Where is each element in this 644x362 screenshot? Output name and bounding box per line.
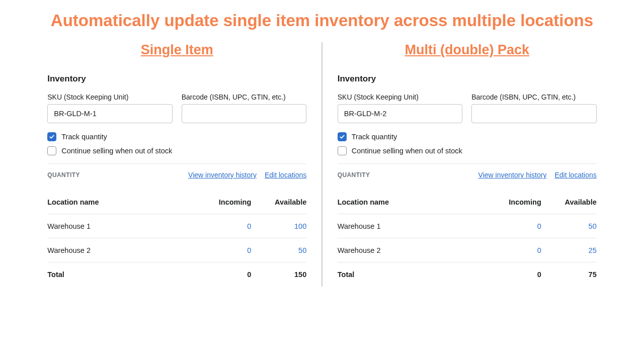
cell-incoming[interactable]: 0: [481, 246, 541, 254]
view-history-link[interactable]: View inventory history: [478, 171, 547, 179]
locations-table: Location name Incoming Available Warehou…: [47, 190, 306, 287]
edit-locations-link[interactable]: Edit locations: [265, 171, 306, 179]
locations-table: Location name Incoming Available Warehou…: [338, 190, 597, 287]
cell-incoming[interactable]: 0: [481, 222, 541, 230]
inventory-heading: Inventory: [338, 74, 597, 84]
cell-available[interactable]: 50: [251, 246, 306, 254]
continue-selling-checkbox[interactable]: [47, 146, 56, 155]
col-location-name: Location name: [47, 198, 191, 206]
cell-location-name: Warehouse 1: [47, 222, 191, 230]
col-location-name: Location name: [338, 198, 481, 206]
panel-title-single: Single Item: [47, 42, 306, 58]
table-row: Warehouse 1 0 100: [47, 214, 306, 238]
table-row: Warehouse 1 0 50: [338, 214, 597, 238]
track-quantity-label: Track quantity: [61, 133, 107, 141]
multi-pack-panel: Multi (double) Pack Inventory SKU (Stock…: [323, 42, 597, 287]
total-available: 75: [541, 270, 597, 279]
sku-label: SKU (Stock Keeping Unit): [47, 93, 173, 101]
divider-line: [47, 163, 306, 164]
barcode-label: Barcode (ISBN, UPC, GTIN, etc.): [182, 93, 307, 101]
cell-available[interactable]: 25: [541, 246, 597, 254]
track-quantity-checkbox[interactable]: [47, 132, 56, 141]
table-total-row: Total 0 75: [338, 262, 597, 287]
cell-location-name: Warehouse 1: [338, 222, 481, 230]
col-available: Available: [251, 198, 306, 206]
track-quantity-checkbox[interactable]: [338, 132, 347, 141]
total-available: 150: [251, 270, 306, 279]
col-incoming: Incoming: [481, 198, 541, 206]
view-history-link[interactable]: View inventory history: [188, 171, 257, 179]
total-label: Total: [338, 270, 481, 279]
quantity-section-label: QUANTITY: [338, 171, 370, 178]
total-incoming: 0: [191, 270, 251, 279]
barcode-input[interactable]: [471, 104, 597, 123]
cell-location-name: Warehouse 2: [47, 246, 191, 254]
cell-location-name: Warehouse 2: [338, 246, 481, 254]
inventory-heading: Inventory: [47, 74, 306, 84]
page-title: Automatically update single item invento…: [30, 11, 614, 30]
sku-input[interactable]: [338, 104, 463, 123]
cell-available[interactable]: 50: [541, 222, 597, 230]
continue-selling-label: Continue selling when out of stock: [61, 147, 172, 155]
cell-incoming[interactable]: 0: [191, 222, 251, 230]
col-incoming: Incoming: [191, 198, 251, 206]
table-header-row: Location name Incoming Available: [47, 190, 306, 214]
panel-title-multi: Multi (double) Pack: [338, 42, 597, 58]
barcode-label: Barcode (ISBN, UPC, GTIN, etc.): [471, 93, 597, 101]
sku-input[interactable]: [47, 104, 173, 123]
track-quantity-label: Track quantity: [352, 133, 397, 141]
sku-label: SKU (Stock Keeping Unit): [338, 93, 463, 101]
table-row: Warehouse 2 0 50: [47, 238, 306, 262]
continue-selling-checkbox[interactable]: [338, 146, 347, 155]
table-header-row: Location name Incoming Available: [338, 190, 597, 214]
col-available: Available: [541, 198, 597, 206]
edit-locations-link[interactable]: Edit locations: [554, 171, 596, 179]
table-row: Warehouse 2 0 25: [338, 238, 597, 262]
single-item-panel: Single Item Inventory SKU (Stock Keeping…: [47, 42, 321, 287]
total-label: Total: [47, 270, 191, 279]
total-incoming: 0: [481, 270, 541, 279]
divider-line: [338, 163, 597, 164]
cell-available[interactable]: 100: [251, 222, 306, 230]
cell-incoming[interactable]: 0: [191, 246, 251, 254]
continue-selling-label: Continue selling when out of stock: [352, 147, 462, 155]
quantity-section-label: QUANTITY: [47, 171, 80, 178]
barcode-input[interactable]: [182, 104, 307, 123]
table-total-row: Total 0 150: [47, 262, 306, 287]
